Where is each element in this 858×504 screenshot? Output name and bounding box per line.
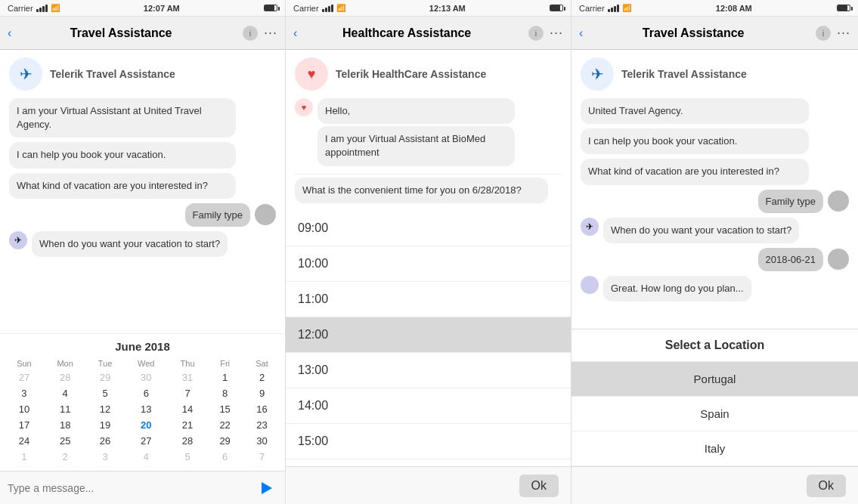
status-left-2: Carrier 📶 [293,4,345,13]
bot-name-2: Telerik HealthCare Assistance [336,68,486,80]
calendar-day[interactable]: 11 [44,401,87,417]
calendar-day[interactable]: 1 [206,369,243,385]
calendar-day[interactable]: 7 [169,385,206,401]
calendar-day[interactable]: 9 [243,385,280,401]
wifi-icon-1: 📶 [51,4,60,12]
calendar-day[interactable]: 6 [206,449,243,465]
calendar-day[interactable]: 25 [44,433,87,449]
time-list[interactable]: 09:0010:0011:0012:0013:0014:0015:0016:00 [286,211,571,466]
calendar-day[interactable]: 14 [169,401,206,417]
info-icon-3[interactable]: i [816,26,831,41]
calendar-day[interactable]: 6 [124,385,169,401]
calendar-day[interactable]: 30 [124,369,169,385]
calendar-day[interactable]: 3 [87,449,124,465]
calendar-day[interactable]: 27 [5,369,44,385]
cal-header-tue: Tue [87,357,124,369]
calendar-day[interactable]: 15 [206,401,243,417]
ok-button-3[interactable]: Ok [807,475,846,497]
nav-icons-1: i ··· [243,25,277,41]
calendar-day[interactable]: 22 [206,417,243,433]
calendar-day[interactable]: 16 [243,401,280,417]
calendar-day[interactable]: 19 [87,417,124,433]
calendar-day[interactable]: 5 [169,449,206,465]
chat-area-2: ♥ Telerik HealthCare Assistance ♥ Hello,… [286,50,571,211]
calendar-day[interactable]: 12 [87,401,124,417]
msg-user-3-2: 2018-06-21 [581,248,849,271]
bot-mini-avatar-3: ✈ [581,218,599,236]
calendar-day[interactable]: 2 [44,449,87,465]
signal-3 [608,5,619,12]
calendar-day[interactable]: 4 [44,385,87,401]
calendar-day[interactable]: 30 [243,433,280,449]
calendar-day[interactable]: 1 [5,449,44,465]
time-item[interactable]: 10:00 [286,246,571,282]
bot-msg-row-3-2: ✈ When do you want your vacation to star… [581,218,849,243]
cal-header-sun: Sun [5,357,44,369]
calendar-day[interactable]: 2 [243,369,280,385]
more-icon-2[interactable]: ··· [550,25,563,41]
send-button-1[interactable] [256,478,277,499]
wifi-icon-2: 📶 [336,4,345,12]
calendar-day[interactable]: 18 [44,417,87,433]
calendar-day[interactable]: 28 [44,369,87,385]
calendar-day[interactable]: 29 [206,433,243,449]
user-avatar-3-1 [828,190,849,212]
health-avatar-icon: ♥ [308,66,316,82]
time-item[interactable]: 09:00 [286,211,571,246]
time-item[interactable]: 13:00 [286,353,571,388]
time-item[interactable]: 16:00 [286,459,571,466]
calendar-day[interactable]: 20 [124,417,169,433]
calendar-day[interactable]: 3 [5,385,44,401]
msg-bot-1-3: What kind of vacation are you interested… [9,173,236,199]
carrier-2: Carrier [293,4,319,13]
calendar-day[interactable]: 17 [5,417,44,433]
location-item-italy[interactable]: Italy [571,431,858,466]
time-item[interactable]: 14:00 [286,388,571,424]
bot-name-1: Telerik Travel Assistance [50,68,175,80]
calendar-day[interactable]: 29 [87,369,124,385]
calendar-title-1: June 2018 [5,340,280,353]
calendar-day[interactable]: 10 [5,401,44,417]
chat-area-1: ✈ Telerik Travel Assistance I am your Vi… [0,50,285,333]
calendar-day[interactable]: 24 [5,433,44,449]
info-icon-1[interactable]: i [243,26,258,41]
calendar-day[interactable]: 31 [169,369,206,385]
bot-name-3: Telerik Travel Assistance [621,68,747,80]
ok-bar-3: Ok [571,466,858,504]
calendar-day[interactable]: 21 [169,417,206,433]
time-item[interactable]: 11:00 [286,282,571,317]
info-icon-2[interactable]: i [528,26,544,41]
nav-title-3: Travel Assistance [571,26,816,40]
more-icon-1[interactable]: ··· [264,25,277,41]
battery-2 [550,5,563,11]
calendar-day[interactable]: 26 [87,433,124,449]
calendar-day[interactable]: 7 [243,449,280,465]
nav-icons-3: i ··· [816,25,850,41]
status-left-1: Carrier 📶 [8,4,60,13]
nav-bar-1: ‹ Travel Assistance i ··· [0,17,285,50]
calendar-day[interactable]: 27 [124,433,169,449]
panel-travel-location: Carrier 📶 12:08 AM ‹ Travel Assistance i… [571,0,858,504]
calendar-day[interactable]: 5 [87,385,124,401]
calendar-day[interactable]: 8 [206,385,243,401]
ok-button-2[interactable]: Ok [519,475,559,497]
more-icon-3[interactable]: ··· [837,25,850,41]
calendar-grid-1: Sun Mon Tue Wed Thu Fri Sat 272829303112… [5,357,280,465]
calendar-day[interactable]: 23 [243,417,280,433]
health-msg-row: ♥ Hello, I am your Virtual Assistant at … [295,98,562,171]
message-input-1[interactable] [8,482,250,494]
nav-icons-2: i ··· [528,25,563,41]
calendar-day[interactable]: 13 [124,401,169,417]
cal-header-sat: Sat [243,357,280,369]
status-bar-2: Carrier 📶 12:13 AM [286,0,571,17]
time-item[interactable]: 12:00 [286,317,571,353]
time-item[interactable]: 15:00 [286,424,571,459]
cal-header-mon: Mon [44,357,87,369]
location-title: Select a Location [571,329,858,362]
location-item-spain[interactable]: Spain [571,397,858,431]
bot-header-2: ♥ Telerik HealthCare Assistance [295,57,562,91]
calendar-day[interactable]: 28 [169,433,206,449]
msg-bot-3-5: Great. How long do you plan... [603,276,751,301]
calendar-day[interactable]: 4 [124,449,169,465]
location-item-portugal[interactable]: Portugal [571,362,858,397]
